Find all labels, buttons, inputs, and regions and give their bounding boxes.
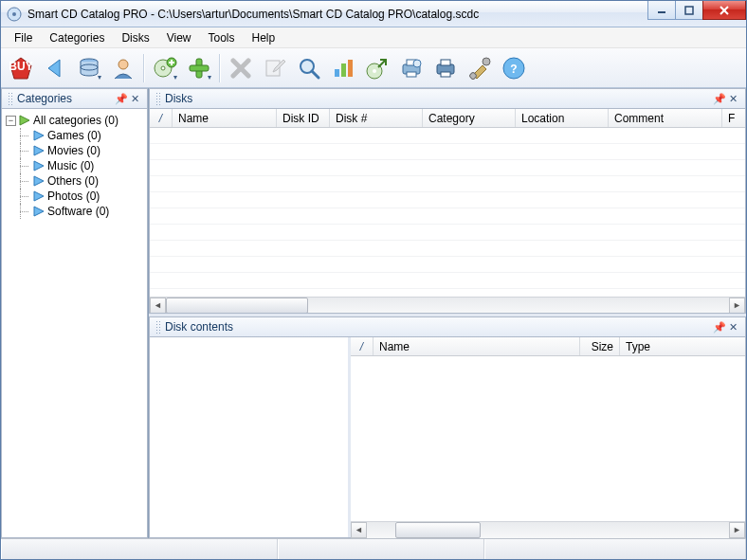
add-disk-button[interactable] — [149, 52, 181, 84]
chart-icon — [331, 56, 355, 81]
col-f[interactable]: F — [722, 109, 745, 127]
col-type[interactable]: Type — [620, 337, 745, 355]
menu-view[interactable]: View — [159, 29, 199, 46]
user-button[interactable] — [107, 52, 139, 84]
scroll-thumb[interactable] — [166, 298, 308, 314]
grip-icon — [155, 320, 161, 334]
scroll-track[interactable] — [166, 298, 729, 314]
svg-point-35 — [483, 58, 490, 65]
svg-rect-33 — [441, 72, 450, 77]
table-row — [150, 241, 745, 257]
scroll-right-button[interactable]: ► — [729, 298, 745, 314]
play-icon — [18, 115, 31, 126]
col-disk-id[interactable]: Disk ID — [277, 109, 330, 127]
svg-rect-24 — [348, 60, 353, 77]
categories-panel: Categories 📌 ✕ − All categories (0) Game… — [1, 88, 149, 538]
disks-grid-body[interactable] — [150, 128, 745, 297]
pin-button[interactable]: 📌 — [115, 92, 128, 105]
table-row — [150, 192, 745, 208]
back-button[interactable] — [39, 52, 71, 84]
col-comment[interactable]: Comment — [609, 109, 722, 127]
col-sort[interactable]: / — [351, 337, 374, 355]
col-category[interactable]: Category — [423, 109, 516, 127]
close-panel-button[interactable]: ✕ — [726, 320, 739, 334]
col-sort[interactable]: / — [150, 109, 173, 127]
scroll-left-button[interactable]: ◄ — [150, 298, 166, 314]
contents-hscrollbar[interactable]: ◄ ► — [351, 521, 745, 537]
buy-button[interactable]: BUY — [5, 52, 37, 84]
database-icon — [77, 56, 101, 81]
chart-button[interactable] — [327, 52, 359, 84]
svg-point-11 — [161, 66, 165, 70]
edit-button[interactable] — [259, 52, 291, 84]
tree-item-games[interactable]: Games (0) — [4, 128, 145, 143]
contents-tree[interactable] — [150, 337, 351, 537]
contents-grid[interactable]: / Name Size Type ◄ ► — [351, 337, 745, 537]
add-disk-icon — [153, 56, 177, 81]
tree-item-music[interactable]: Music (0) — [4, 158, 145, 173]
pin-button[interactable]: 📌 — [713, 92, 726, 105]
expander-icon[interactable]: − — [6, 116, 16, 126]
title-bar: Smart CD Catalog PRO - C:\Users\artur\Do… — [1, 1, 746, 27]
scroll-right-button[interactable]: ► — [729, 522, 745, 538]
search-icon — [297, 56, 321, 81]
svg-rect-16 — [190, 65, 209, 71]
close-button[interactable] — [702, 1, 746, 20]
svg-rect-3 — [685, 7, 693, 14]
menu-categories[interactable]: Categories — [42, 29, 112, 46]
tree-item-software[interactable]: Software (0) — [4, 204, 145, 219]
scroll-left-button[interactable]: ◄ — [351, 522, 367, 538]
scroll-thumb[interactable] — [395, 522, 481, 538]
menu-disks[interactable]: Disks — [114, 29, 156, 46]
delete-button[interactable] — [225, 52, 257, 84]
pin-button[interactable]: 📌 — [713, 320, 726, 334]
scroll-track[interactable] — [367, 522, 729, 538]
col-location[interactable]: Location — [516, 109, 609, 127]
svg-point-1 — [12, 12, 16, 16]
contents-grid-body[interactable] — [351, 356, 745, 521]
table-row — [150, 176, 745, 192]
menu-file[interactable]: File — [7, 29, 40, 46]
disks-grid[interactable]: / Name Disk ID Disk # Category Location … — [149, 109, 746, 314]
menu-help[interactable]: Help — [245, 29, 283, 46]
categories-header: Categories 📌 ✕ — [1, 88, 148, 109]
search-button[interactable] — [293, 52, 325, 84]
status-cell — [1, 539, 278, 559]
back-icon — [43, 56, 67, 81]
add-button[interactable] — [183, 52, 215, 84]
disks-hscrollbar[interactable]: ◄ ► — [150, 297, 745, 313]
window-title: Smart CD Catalog PRO - C:\Users\artur\Do… — [27, 8, 746, 21]
tree-item-photos[interactable]: Photos (0) — [4, 189, 145, 204]
menu-tools[interactable]: Tools — [201, 29, 243, 46]
col-disk-num[interactable]: Disk # — [330, 109, 423, 127]
tree-item-label: Movies (0) — [47, 144, 100, 157]
table-row — [150, 208, 745, 225]
close-panel-button[interactable]: ✕ — [128, 92, 141, 105]
disks-panel: Disks 📌 ✕ / Name Disk ID Disk # Category… — [149, 88, 746, 314]
tree-item-label: Music (0) — [47, 159, 94, 172]
categories-tree[interactable]: − All categories (0) Games (0) Movies (0… — [1, 109, 148, 538]
tree-item-movies[interactable]: Movies (0) — [4, 143, 145, 158]
print-preview-button[interactable] — [395, 52, 428, 84]
tree-item-others[interactable]: Others (0) — [4, 173, 145, 189]
status-cell — [484, 539, 746, 559]
maximize-button[interactable] — [675, 1, 703, 20]
minimize-button[interactable] — [647, 1, 676, 20]
settings-button[interactable] — [464, 52, 496, 84]
col-size[interactable]: Size — [580, 337, 620, 355]
col-name[interactable]: Name — [173, 109, 277, 127]
right-area: Disks 📌 ✕ / Name Disk ID Disk # Category… — [149, 88, 746, 538]
col-name[interactable]: Name — [374, 337, 580, 355]
tree-root[interactable]: − All categories (0) — [4, 113, 145, 128]
help-button[interactable]: ? — [498, 52, 530, 84]
tree-item-label: Games (0) — [47, 129, 101, 142]
main-area: Categories 📌 ✕ − All categories (0) Game… — [1, 88, 746, 538]
close-panel-button[interactable]: ✕ — [726, 92, 739, 105]
play-icon — [32, 190, 46, 202]
print-button[interactable] — [429, 52, 462, 84]
svg-point-9 — [118, 60, 128, 69]
export-icon — [365, 56, 390, 81]
play-icon — [32, 175, 46, 187]
export-button[interactable] — [361, 52, 393, 84]
database-button[interactable] — [73, 52, 105, 84]
